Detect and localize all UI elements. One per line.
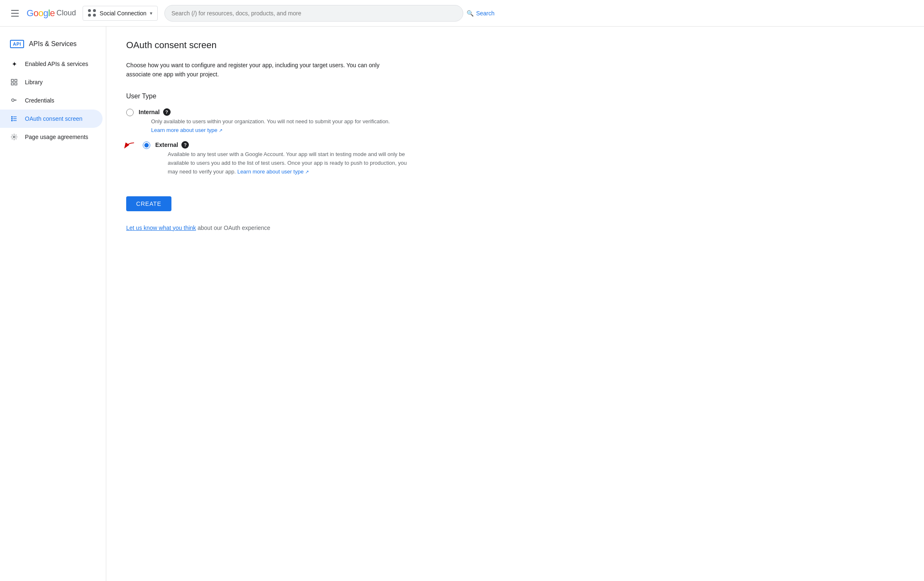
svg-rect-1 xyxy=(15,79,17,81)
svg-point-11 xyxy=(13,136,15,138)
feedback-link[interactable]: Let us know what you think xyxy=(126,225,196,231)
page-usage-icon xyxy=(10,133,18,141)
sidebar-item-page-usage[interactable]: Page usage agreements xyxy=(0,128,103,146)
internal-description: Only available to users within your orga… xyxy=(139,117,396,135)
api-badge: API xyxy=(10,40,24,48)
svg-point-5 xyxy=(12,116,12,117)
chevron-down-icon: ▾ xyxy=(150,10,152,16)
page-description: Choose how you want to configure and reg… xyxy=(126,61,392,79)
sidebar-item-library[interactable]: Library xyxy=(0,73,103,91)
sidebar-item-enabled-apis[interactable]: ✦ Enabled APIs & services xyxy=(0,55,103,73)
internal-option: Internal ? Only available to users withi… xyxy=(126,108,904,135)
google-cloud-logo[interactable]: Google Cloud xyxy=(27,8,76,19)
svg-rect-0 xyxy=(11,79,13,81)
hamburger-icon xyxy=(11,10,19,17)
svg-point-6 xyxy=(12,118,12,119)
oauth-consent-icon xyxy=(10,115,18,123)
search-icon: 🔍 xyxy=(467,10,474,17)
project-name: Social Connection xyxy=(100,10,147,17)
sidebar-nav: ✦ Enabled APIs & services Library xyxy=(0,55,106,146)
create-button[interactable]: CREATE xyxy=(126,196,171,211)
enabled-apis-icon: ✦ xyxy=(10,60,18,68)
library-icon xyxy=(10,78,18,86)
feedback-section: Let us know what you think about our OAu… xyxy=(126,225,904,231)
app-header: Google Cloud Social Connection ▾ 🔍 Searc… xyxy=(0,0,924,27)
feedback-suffix: about our OAuth experience xyxy=(196,225,270,231)
internal-help-icon[interactable]: ? xyxy=(163,108,171,116)
internal-radio[interactable] xyxy=(126,109,134,116)
external-link-icon-2: ↗ xyxy=(305,169,309,174)
sidebar-item-label: Page usage agreements xyxy=(25,134,88,140)
external-radio[interactable] xyxy=(143,142,150,149)
search-input[interactable] xyxy=(171,10,456,17)
external-description: Available to any test user with a Google… xyxy=(155,150,413,176)
sidebar: API APIs & Services ✦ Enabled APIs & ser… xyxy=(0,27,106,581)
sidebar-item-label: Enabled APIs & services xyxy=(25,61,88,67)
page-title: OAuth consent screen xyxy=(126,40,904,51)
sidebar-title: APIs & Services xyxy=(29,40,77,48)
search-bar[interactable] xyxy=(164,5,463,22)
external-link-icon: ↗ xyxy=(219,128,222,133)
sidebar-item-label: OAuth consent screen xyxy=(25,115,83,122)
sidebar-item-label: Library xyxy=(25,79,43,85)
svg-rect-3 xyxy=(15,83,17,85)
sidebar-item-credentials[interactable]: Credentials xyxy=(0,91,103,110)
internal-radio-label[interactable]: Internal ? xyxy=(139,108,396,116)
external-learn-more-link[interactable]: Learn more about user type ↗ xyxy=(237,168,309,175)
sidebar-header: API APIs & Services xyxy=(0,33,106,51)
project-icon xyxy=(88,9,96,17)
main-content: OAuth consent screen Choose how you want… xyxy=(106,27,924,581)
sidebar-item-oauth-consent[interactable]: OAuth consent screen xyxy=(0,110,103,128)
user-type-section-title: User Type xyxy=(126,93,904,100)
svg-point-7 xyxy=(12,120,12,121)
svg-rect-2 xyxy=(11,83,13,85)
project-selector[interactable]: Social Connection ▾ xyxy=(83,6,158,21)
app-layout: API APIs & Services ✦ Enabled APIs & ser… xyxy=(0,27,924,581)
svg-point-4 xyxy=(12,99,14,101)
sidebar-item-label: Credentials xyxy=(25,97,54,104)
external-option: External ? Available to any test user wi… xyxy=(143,141,904,176)
red-arrow-annotation xyxy=(122,141,137,154)
external-help-icon[interactable]: ? xyxy=(181,141,189,149)
credentials-icon xyxy=(10,96,18,105)
menu-button[interactable] xyxy=(7,5,23,22)
search-button[interactable]: 🔍 Search xyxy=(463,8,498,18)
external-radio-label[interactable]: External ? xyxy=(155,141,413,149)
internal-learn-more-link[interactable]: Learn more about user type ↗ xyxy=(151,127,222,133)
